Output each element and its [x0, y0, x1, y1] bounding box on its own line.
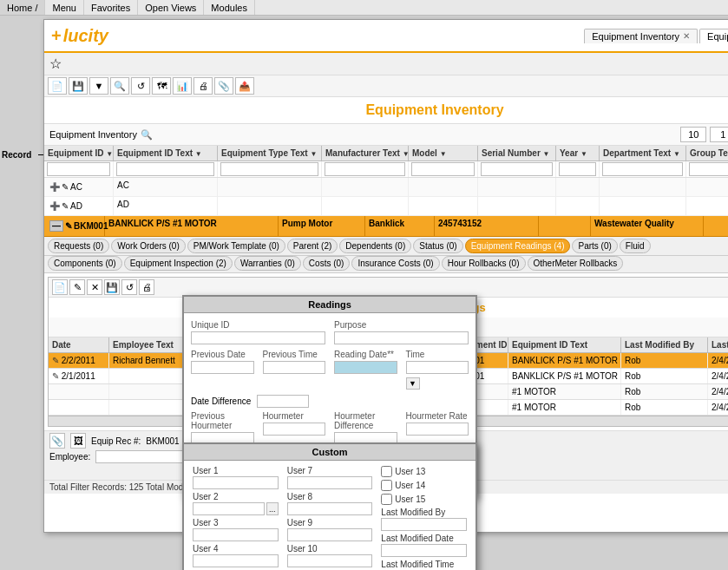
filter-year[interactable] [559, 162, 596, 176]
date-diff-input[interactable] [257, 395, 309, 408]
purpose-input[interactable] [334, 331, 469, 344]
custom-user9: User 9 [287, 518, 373, 541]
last-modified-date-input[interactable] [381, 544, 467, 557]
refresh-btn[interactable]: ↺ [131, 77, 150, 95]
user1-input[interactable] [193, 476, 279, 489]
time-input[interactable] [406, 361, 469, 374]
save-btn[interactable]: 💾 [69, 77, 88, 95]
user2-input[interactable] [193, 502, 265, 515]
subtab-dependents[interactable]: Dependents (0) [339, 239, 411, 253]
subtab-fluid[interactable]: Fluid [620, 239, 651, 253]
irow4-eqtext: #1 MOTOR [508, 400, 621, 415]
export-btn[interactable]: 📤 [235, 77, 254, 95]
grid-row-bkm001[interactable]: — ✎ BKM001 BANKLICK P/S #1 MOTOR Pump Mo… [44, 216, 728, 237]
inner-print-btn[interactable]: 🖨 [139, 279, 154, 295]
hm-diff-label: Hourmeter Difference [334, 411, 397, 430]
inner-refresh-btn[interactable]: ↺ [121, 279, 137, 295]
user3-input[interactable] [193, 528, 279, 541]
nav-modules[interactable]: Modules [204, 0, 255, 15]
user13-checkbox[interactable] [381, 466, 392, 477]
subtab-workorders[interactable]: Work Orders (0) [111, 239, 186, 253]
filter-mfr[interactable] [325, 162, 405, 176]
tab-1[interactable]: Equipment Inventory ✕ [584, 29, 698, 43]
unique-id-input[interactable] [191, 331, 325, 344]
filter-dept[interactable] [602, 162, 683, 176]
subtab-components[interactable]: Components (0) [48, 256, 122, 271]
subtab-other-rollbacks[interactable]: OtherMeter Rollbacks [528, 256, 624, 271]
row-edit-bkm-icon[interactable]: ✎ [65, 221, 72, 231]
prev-time-input[interactable] [263, 361, 326, 374]
filter-serial[interactable] [481, 162, 553, 176]
filter-model[interactable] [411, 162, 475, 176]
nav-favorites[interactable]: Favorites [84, 0, 138, 15]
print-btn[interactable]: 🖨 [193, 77, 213, 95]
user2-btn[interactable]: ... [266, 502, 279, 515]
subtab-insurance[interactable]: Insurance Costs (0) [351, 256, 439, 271]
inner-save-btn[interactable]: 💾 [104, 279, 120, 295]
filter-btn[interactable]: ▼ [89, 77, 108, 95]
inner-delete-btn[interactable]: ✕ [87, 279, 102, 295]
user14-checkbox[interactable] [381, 480, 392, 491]
hm-rate-group: Hourmeter Rate [406, 411, 469, 445]
subtab-requests[interactable]: Requests (0) [48, 239, 109, 253]
new-btn[interactable]: 📄 [48, 77, 67, 95]
subtab-inspection[interactable]: Equipment Inspection (2) [124, 256, 233, 271]
report-btn[interactable]: 📊 [173, 77, 192, 95]
filter-group[interactable] [689, 162, 728, 176]
grid-row-ac[interactable]: ➕ ✎ AC AC [44, 178, 728, 197]
irow1-actions: ✎ 2/2/2011 [49, 353, 109, 368]
subtab-pm[interactable]: PM/Work Template (0) [187, 239, 285, 253]
tab-2[interactable]: Equipment Inventory ✕ [699, 29, 728, 43]
last-modified-by-input[interactable] [381, 518, 467, 531]
irow1-edit-icon[interactable]: ✎ [52, 356, 59, 365]
subtab-hour-rollbacks[interactable]: Hour Rollbacks (0) [442, 256, 526, 271]
user15-checkbox[interactable] [381, 494, 392, 505]
hm-input[interactable] [263, 423, 326, 436]
grid-row-ad[interactable]: ➕ ✎ AD AD [44, 197, 728, 216]
prev-date-input[interactable] [191, 361, 254, 374]
user4-input[interactable] [193, 554, 279, 567]
row-collapse-bkm-icon[interactable]: — [49, 220, 63, 232]
map-btn[interactable]: 🗺 [152, 77, 171, 95]
detail-attach-btn[interactable]: 📎 [49, 433, 65, 449]
nav-home[interactable]: Home / [0, 0, 45, 15]
custom-col1: User 1 User 2 ... User 3 User 4 [193, 466, 279, 570]
nav-menu[interactable]: Menu [45, 0, 84, 15]
reading-date-input[interactable] [334, 361, 397, 374]
page-size-input[interactable] [680, 127, 706, 142]
cell-ad-actions: ➕ ✎ AD [44, 197, 114, 215]
hm-rate-input[interactable] [406, 423, 469, 436]
user8-input[interactable] [287, 502, 373, 515]
inner-new-btn[interactable]: 📄 [52, 279, 68, 295]
nav-open-views[interactable]: Open Views [138, 0, 204, 15]
custom-form-title: Custom [184, 444, 475, 461]
subtab-costs[interactable]: Costs (0) [303, 256, 351, 271]
row-expand-icon[interactable]: ➕ [49, 182, 60, 192]
close-tab-1[interactable]: ✕ [683, 31, 690, 41]
user10-input[interactable] [287, 554, 373, 567]
detail-img-btn[interactable]: 🖼 [70, 433, 86, 449]
filter-eq-id[interactable] [47, 162, 110, 176]
search-icon[interactable]: 🔍 [141, 129, 153, 141]
user7-input[interactable] [287, 476, 373, 489]
star-icon[interactable]: ☆ [49, 56, 62, 72]
page-number-input[interactable] [710, 127, 728, 142]
row-edit-ad-icon[interactable]: ✎ [62, 201, 69, 211]
time-decrease-btn[interactable]: ▼ [406, 377, 420, 390]
irow2-edit-icon[interactable]: ✎ [52, 371, 59, 381]
subtab-status[interactable]: Status (0) [413, 239, 462, 253]
row-edit-icon[interactable]: ✎ [62, 182, 69, 192]
subtab-warranties[interactable]: Warranties (0) [234, 256, 301, 271]
row-expand-ad-icon[interactable]: ➕ [49, 201, 60, 211]
user9-input[interactable] [287, 528, 373, 541]
search-btn[interactable]: 🔍 [110, 77, 129, 95]
inner-edit-btn[interactable]: ✎ [69, 279, 85, 295]
attach-btn[interactable]: 📎 [214, 77, 233, 95]
subtab-equipment-readings[interactable]: Equipment Readings (4) [465, 239, 571, 253]
cell-bkm-mfr: Banklick [365, 216, 435, 236]
subtab-parts[interactable]: Parts (0) [572, 239, 617, 253]
cell-ad-group [686, 197, 728, 215]
subtab-parent[interactable]: Parent (2) [287, 239, 338, 253]
filter-type[interactable] [220, 162, 318, 176]
filter-eq-text[interactable] [116, 162, 214, 176]
